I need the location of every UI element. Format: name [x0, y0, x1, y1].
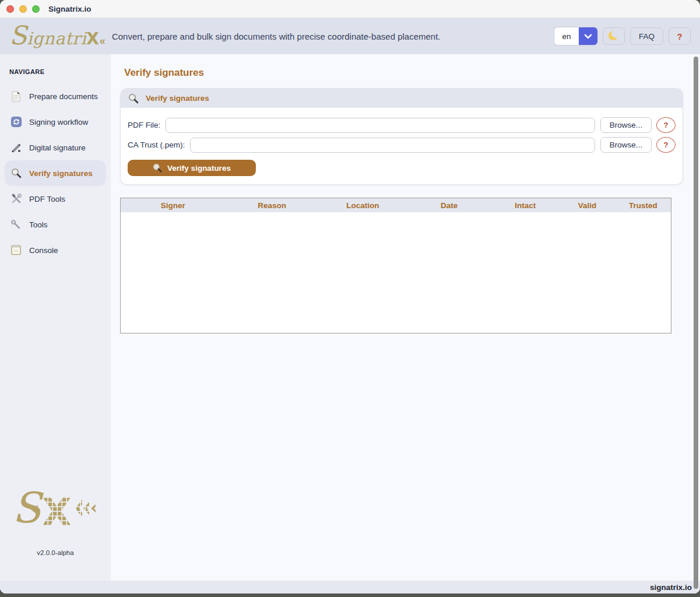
ca-trust-browse-button[interactable]: Browse...: [600, 137, 652, 153]
sidebar-item-tools[interactable]: Tools: [0, 212, 111, 237]
titlebar: Signatrix.io: [0, 0, 700, 18]
moon-icon: [608, 30, 619, 43]
column-header-signer: Signer: [121, 198, 225, 212]
sidebar-item-prepare-documents[interactable]: Prepare documents: [0, 83, 111, 109]
close-window-button[interactable]: [6, 5, 14, 13]
faq-button[interactable]: FAQ: [630, 27, 663, 45]
magnifier-icon: [10, 168, 22, 178]
sidebar-item-pdf-tools[interactable]: PDF Tools: [0, 186, 111, 212]
logo-text: ignatri: [27, 29, 86, 48]
ca-trust-input[interactable]: [190, 138, 595, 153]
sidebar-item-label: Tools: [29, 220, 48, 229]
document-icon: [10, 91, 22, 102]
main-content: Verify signatures Verify signatures PDF …: [111, 54, 700, 581]
pen-icon: [10, 143, 22, 152]
app-logo: SignatriX«: [9, 24, 104, 48]
logo-letter-x: X: [86, 29, 99, 48]
magnifier-icon: [153, 163, 162, 173]
magnifier-icon: [128, 93, 139, 104]
verify-panel-body: PDF File: Browse... ? CA Trust (.pem): B…: [121, 108, 683, 184]
statusbar-text: signatrix.io: [650, 583, 692, 592]
verify-panel-title: Verify signatures: [146, 94, 209, 103]
minimize-window-button[interactable]: [19, 5, 27, 13]
sidebar-item-label: Prepare documents: [29, 92, 98, 101]
signatures-table: Signer Reason Location Date Intact Valid…: [120, 198, 671, 333]
column-header-location: Location: [319, 198, 407, 212]
sidebar-item-label: Signing workflow: [29, 118, 88, 127]
sidebar-item-label: Verify signatures: [29, 169, 93, 178]
ca-trust-help-button[interactable]: ?: [656, 137, 676, 153]
verify-panel-header: Verify signatures: [121, 89, 683, 108]
svg-text:S: S: [12, 484, 44, 532]
column-header-trusted: Trusted: [615, 198, 671, 212]
window-title: Signatrix.io: [48, 5, 92, 13]
sidebar-item-console[interactable]: Console: [0, 237, 111, 263]
pdf-file-input[interactable]: [166, 118, 595, 133]
pdf-file-help-button[interactable]: ?: [656, 117, 676, 133]
page-title: Verify signatures: [124, 67, 700, 79]
verify-panel: Verify signatures PDF File: Browse... ? …: [120, 88, 683, 185]
hammer-wrench-icon: [10, 194, 22, 204]
pdf-file-row: PDF File: Browse... ?: [128, 117, 676, 133]
header-controls: en FAQ ?: [554, 27, 691, 45]
column-header-intact: Intact: [491, 198, 559, 212]
statusbar: signatrix.io: [0, 581, 700, 594]
verify-signatures-button-label: Verify signatures: [167, 164, 231, 173]
pdf-file-label: PDF File:: [128, 121, 160, 129]
sidebar-item-digital-signature[interactable]: Digital signature: [0, 135, 111, 160]
wrench-icon: [10, 220, 22, 230]
traffic-lights: [6, 5, 40, 13]
language-selected-value: en: [554, 27, 579, 45]
language-select[interactable]: en: [554, 27, 597, 45]
zoom-window-button[interactable]: [32, 5, 40, 13]
app-logo-mark: S X: [0, 484, 111, 535]
column-header-date: Date: [407, 198, 491, 212]
pdf-file-browse-button[interactable]: Browse...: [600, 117, 652, 133]
app-tagline: Convert, prepare and bulk sign documents…: [112, 31, 441, 41]
ca-trust-label: CA Trust (.pem):: [128, 141, 185, 149]
notepad-icon: [10, 245, 22, 255]
verify-signatures-button[interactable]: Verify signatures: [128, 160, 256, 176]
sidebar-item-signing-workflow[interactable]: Signing workflow: [0, 109, 111, 135]
logo-letter-s: S: [9, 24, 27, 47]
column-header-reason: Reason: [225, 198, 318, 212]
app-body: NAVIGARE Prepare documents: [0, 54, 700, 581]
table-header-row: Signer Reason Location Date Intact Valid…: [121, 198, 671, 212]
sidebar-item-verify-signatures[interactable]: Verify signatures: [5, 160, 106, 186]
help-button[interactable]: ?: [669, 27, 691, 45]
app-version: v2.0.0-alpha: [0, 549, 111, 556]
sidebar-item-label: Console: [29, 246, 58, 255]
sidebar-item-label: PDF Tools: [29, 195, 65, 203]
theme-toggle-button[interactable]: [603, 27, 625, 45]
sidebar: NAVIGARE Prepare documents: [0, 54, 111, 581]
app-window: Signatrix.io SignatriX« Convert, prepare…: [0, 0, 700, 594]
sidebar-section-label: NAVIGARE: [9, 68, 111, 75]
ca-trust-row: CA Trust (.pem): Browse... ?: [128, 137, 676, 153]
sync-icon: [10, 117, 22, 127]
app-header: SignatriX« Convert, prepare and bulk sig…: [0, 18, 700, 54]
logo-chevrons: «: [100, 35, 104, 47]
svg-text:X: X: [41, 489, 72, 535]
sidebar-item-label: Digital signature: [29, 143, 86, 152]
chevron-down-icon: [579, 27, 597, 45]
column-header-valid: Valid: [559, 198, 615, 212]
vertical-scrollbar[interactable]: [694, 57, 698, 589]
